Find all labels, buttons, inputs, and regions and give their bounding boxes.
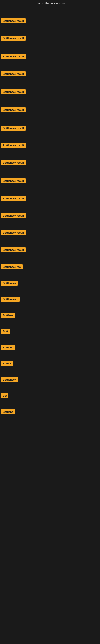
bottleneck-item-14: Bottleneck result [0, 247, 100, 253]
bottleneck-item-17: Bottleneck r [0, 297, 100, 302]
bottleneck-item-11: Bottleneck result [0, 196, 100, 202]
bottleneck-badge-22[interactable]: Bottleneck [1, 377, 18, 382]
bottleneck-badge-20[interactable]: Bottlene [1, 345, 15, 350]
bottleneck-item-24: Bottlene [0, 409, 100, 415]
bottleneck-badge-3[interactable]: Bottleneck result [1, 54, 26, 59]
bottleneck-badge-21[interactable]: Bottler [1, 361, 13, 366]
bottleneck-item-3: Bottleneck result [0, 54, 100, 60]
bottleneck-badge-24[interactable]: Bottlene [1, 409, 15, 414]
bottleneck-badge-6[interactable]: Bottleneck result [1, 108, 26, 112]
bottleneck-item-10: Bottleneck result [0, 178, 100, 184]
bottleneck-item-4: Bottleneck result [0, 72, 100, 77]
page-wrapper: TheBottlenecker.com Bottleneck resultBot… [0, 0, 100, 644]
bottleneck-badge-7[interactable]: Bottleneck result [1, 126, 26, 130]
bottleneck-list: Bottleneck resultBottleneck resultBottle… [0, 7, 100, 450]
bottleneck-item-13: Bottleneck result [0, 230, 100, 236]
bottleneck-badge-10[interactable]: Bottleneck result [1, 178, 26, 183]
bottleneck-badge-2[interactable]: Bottleneck result [1, 36, 26, 41]
bottleneck-item-15: Bottleneck res [0, 264, 100, 270]
bottleneck-badge-5[interactable]: Bottleneck result [1, 89, 26, 94]
bottleneck-badge-19[interactable]: Bott [1, 329, 10, 334]
bottleneck-item-8: Bottleneck result [0, 143, 100, 149]
bottleneck-badge-1[interactable]: Bottleneck result [1, 18, 26, 23]
cursor-area [1, 533, 3, 548]
bottleneck-badge-18[interactable]: Bottlene [1, 313, 15, 318]
bottleneck-item-5: Bottleneck result [0, 89, 100, 95]
bottleneck-badge-15[interactable]: Bottleneck res [1, 264, 23, 270]
bottleneck-badge-8[interactable]: Bottleneck result [1, 143, 26, 148]
bottleneck-item-23: Bot [0, 393, 100, 399]
bottleneck-item-2: Bottleneck result [0, 36, 100, 42]
bottleneck-item-18: Bottlene [0, 313, 100, 318]
cursor-line [1, 537, 2, 544]
bottleneck-item-19: Bott [0, 329, 100, 335]
bottleneck-badge-16[interactable]: Bottleneck [1, 280, 18, 286]
bottleneck-item-22: Bottleneck [0, 377, 100, 383]
bottleneck-item-9: Bottleneck result [0, 160, 100, 166]
bottleneck-badge-13[interactable]: Bottleneck result [1, 230, 26, 235]
bottleneck-item-20: Bottlene [0, 345, 100, 351]
bottleneck-badge-9[interactable]: Bottleneck result [1, 160, 26, 165]
bottleneck-badge-23[interactable]: Bot [1, 393, 8, 398]
bottleneck-badge-14[interactable]: Bottleneck result [1, 247, 26, 252]
site-title: TheBottlenecker.com [0, 0, 100, 7]
bottleneck-item-1: Bottleneck result [0, 18, 100, 24]
bottleneck-item-6: Bottleneck result [0, 108, 100, 113]
bottleneck-badge-12[interactable]: Bottleneck result [1, 213, 26, 218]
bottleneck-item-16: Bottleneck [0, 280, 100, 286]
bottleneck-item-7: Bottleneck result [0, 126, 100, 132]
bottleneck-badge-17[interactable]: Bottleneck r [1, 297, 20, 302]
bottleneck-item-12: Bottleneck result [0, 213, 100, 219]
bottleneck-badge-4[interactable]: Bottleneck result [1, 72, 26, 76]
bottleneck-item-21: Bottler [0, 361, 100, 367]
bottleneck-badge-11[interactable]: Bottleneck result [1, 196, 26, 201]
